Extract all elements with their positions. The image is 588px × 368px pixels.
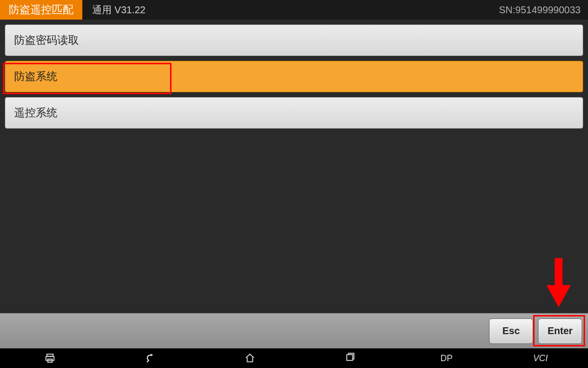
svg-marker-1 bbox=[546, 285, 571, 307]
recent-apps-icon[interactable] bbox=[341, 348, 360, 368]
enter-button[interactable]: Enter bbox=[538, 318, 582, 344]
serial-number: SN:951499990033 bbox=[499, 4, 588, 16]
menu-item-remote-system[interactable]: 遥控系统 bbox=[5, 97, 583, 129]
svg-marker-5 bbox=[151, 354, 153, 357]
app-title: 防盗遥控匹配 bbox=[0, 0, 82, 20]
version-label: 通用 V31.22 bbox=[82, 3, 155, 17]
vci-button[interactable]: VCI bbox=[533, 353, 548, 364]
svg-rect-6 bbox=[346, 355, 352, 361]
dp-button[interactable]: DP bbox=[441, 353, 453, 364]
menu-list: 防盗密码读取 防盗系统 遥控系统 bbox=[0, 20, 588, 133]
svg-rect-0 bbox=[555, 258, 563, 288]
header: 防盗遥控匹配 通用 V31.22 SN:951499990033 bbox=[0, 0, 588, 20]
back-icon[interactable] bbox=[140, 348, 160, 368]
print-icon[interactable] bbox=[40, 348, 60, 368]
footer-button-row: Esc Enter bbox=[0, 313, 588, 348]
menu-item-password-read[interactable]: 防盗密码读取 bbox=[5, 25, 583, 56]
home-icon[interactable] bbox=[240, 348, 260, 368]
menu-item-antitheft-system[interactable]: 防盗系统 bbox=[5, 61, 583, 92]
nav-bar: DP VCI bbox=[0, 348, 588, 368]
esc-button[interactable]: Esc bbox=[489, 318, 533, 344]
arrow-down-icon bbox=[544, 258, 573, 309]
svg-rect-3 bbox=[46, 356, 54, 360]
